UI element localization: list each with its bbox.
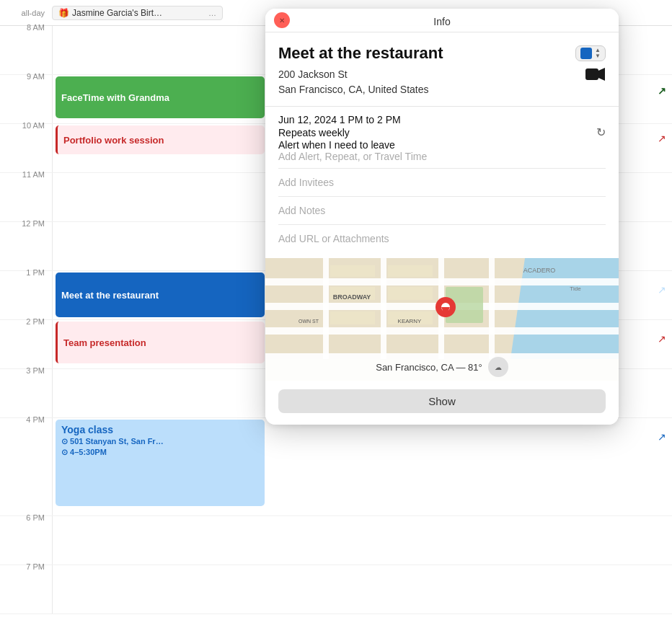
add-alert-text[interactable]: Add Alert, Repeat, or Travel Time <box>278 151 606 162</box>
divider-1 <box>265 106 619 107</box>
color-swatch <box>580 48 592 59</box>
event-title: Meet at the restaurant <box>278 44 443 63</box>
time-label-12pm: 12 PM <box>0 216 52 270</box>
all-day-label: all-day <box>0 9 52 17</box>
map-location-label: San Francisco, CA — 81° <box>376 362 482 373</box>
all-day-event[interactable]: 🎁 Jasmine Garcia's Birt… … <box>52 6 223 20</box>
share-icon-yoga: ↗ <box>658 431 666 443</box>
video-camera-icon[interactable] <box>585 67 606 85</box>
portfolio-event[interactable]: Portfolio work session <box>56 125 265 154</box>
add-notes-section[interactable]: Add Notes <box>278 196 606 224</box>
time-label-11am: 11 AM <box>0 167 52 221</box>
repeat-row: Repeats weekly ↻ <box>278 125 606 139</box>
map-container[interactable]: BROADWAY OWN ST KEARNY ACADERO Tide San … <box>265 258 619 381</box>
svg-marker-1 <box>598 68 605 81</box>
add-notes-label[interactable]: Add Notes <box>278 205 325 216</box>
share-icon-facetime: ↗ <box>658 85 666 97</box>
add-url-label[interactable]: Add URL or Attachments <box>278 233 389 244</box>
svg-rect-7 <box>323 258 329 359</box>
gift-icon: 🎁 <box>58 8 69 18</box>
picker-arrows: ▲ ▼ <box>595 48 601 59</box>
time-label-3pm: 3 PM <box>0 363 52 417</box>
svg-rect-15 <box>388 287 433 300</box>
team-event[interactable]: Team presentation <box>56 322 265 363</box>
calendar-color-picker[interactable]: ▲ ▼ <box>575 45 606 61</box>
time-label-9am: 9 AM <box>0 69 52 123</box>
add-url-section[interactable]: Add URL or Attachments <box>278 224 606 252</box>
time-content-4pm: Yoga class ⊙ 501 Stanyan St, San Fr… ⊙ 4… <box>52 418 672 515</box>
hour-row-6pm: 6 PM <box>0 516 672 565</box>
svg-rect-0 <box>585 68 598 80</box>
facetime-event[interactable]: FaceTime with Grandma <box>56 76 265 118</box>
svg-rect-10 <box>489 258 495 359</box>
popup-body: Meet at the restaurant ▲ ▼ 200 Jackson S… <box>265 32 619 381</box>
alert-text: Alert when I need to leave <box>278 139 606 151</box>
popup-title: Info <box>433 16 450 27</box>
info-popup: ✕ Info Meet at the restaurant ▲ ▼ 200 Ja… <box>265 9 619 425</box>
add-invitees-label[interactable]: Add Invitees <box>278 177 334 188</box>
add-invitees-section[interactable]: Add Invitees <box>278 168 606 196</box>
yoga-event[interactable]: Yoga class ⊙ 501 Stanyan St, San Fr… ⊙ 4… <box>56 420 265 506</box>
time-label-6pm: 6 PM <box>0 510 52 564</box>
location-row: 200 Jackson St San Francisco, CA, United… <box>278 67 606 97</box>
map-svg: BROADWAY OWN ST KEARNY ACADERO Tide <box>265 258 619 359</box>
time-label-10am: 10 AM <box>0 118 52 172</box>
map-label-bar: San Francisco, CA — 81° ☁ <box>265 353 619 381</box>
time-label-2pm: 2 PM <box>0 314 52 368</box>
svg-text:OWN ST: OWN ST <box>299 319 319 324</box>
svg-rect-11 <box>330 265 375 277</box>
time-content-7pm <box>52 565 672 614</box>
svg-rect-13 <box>330 311 375 324</box>
share-icon-team: ↗ <box>658 333 666 345</box>
date-time-text: Jun 12, 2024 1 PM to 2 PM <box>278 114 606 125</box>
hour-row-4pm: 4 PM Yoga class ⊙ 501 Stanyan St, San Fr… <box>0 418 672 516</box>
svg-rect-14 <box>388 265 433 277</box>
close-button[interactable]: ✕ <box>274 12 290 28</box>
popup-header: ✕ Info <box>265 9 619 32</box>
time-label-1pm: 1 PM <box>0 265 52 319</box>
time-label-4pm: 4 PM <box>0 412 52 515</box>
hour-row-7pm: 7 PM <box>0 565 672 614</box>
share-icon-portfolio: ↗ <box>658 133 666 144</box>
time-label-8am: 8 AM <box>0 20 52 74</box>
restaurant-event[interactable]: Meet at the restaurant <box>56 273 265 317</box>
weather-circle: ☁ <box>488 357 508 377</box>
svg-text:BROADWAY: BROADWAY <box>333 293 371 301</box>
svg-rect-8 <box>381 258 386 359</box>
time-label-7pm: 7 PM <box>0 559 52 614</box>
event-title-row: Meet at the restaurant ▲ ▼ <box>278 44 606 63</box>
date-time-section: Jun 12, 2024 1 PM to 2 PM Repeats weekly… <box>278 114 606 168</box>
location-text: 200 Jackson St San Francisco, CA, United… <box>278 67 429 97</box>
repeats-text: Repeats weekly <box>278 127 350 138</box>
svg-text:ACADERO: ACADERO <box>523 267 556 274</box>
share-icon-restaurant: ↗ <box>658 284 666 296</box>
show-button-row: Show <box>265 381 619 425</box>
svg-text:KEARNY: KEARNY <box>398 318 423 324</box>
repeat-icon: ↻ <box>596 125 606 139</box>
time-content-6pm <box>52 516 672 564</box>
svg-text:Tide: Tide <box>570 285 581 292</box>
show-button[interactable]: Show <box>278 389 606 413</box>
